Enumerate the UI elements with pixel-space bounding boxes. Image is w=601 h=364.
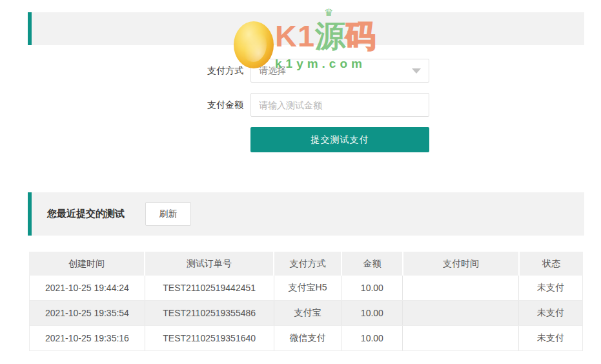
cell-amount: 10.00 (341, 326, 403, 350)
table-header-row: 创建时间 测试订单号 支付方式 金额 支付时间 状态 (29, 252, 583, 276)
header-payment-time: 支付时间 (403, 252, 520, 276)
recent-tests-table: 创建时间 测试订单号 支付方式 金额 支付时间 状态 2021-10-25 19… (29, 252, 583, 351)
cell-payment-method: 支付宝H5 (274, 276, 342, 300)
cell-status: 未支付 (519, 276, 582, 300)
cell-payment-method: 微信支付 (274, 326, 342, 350)
header-status: 状态 (520, 252, 583, 276)
table-row: 2021-10-25 19:44:24 TEST21102519442451 支… (29, 276, 583, 301)
header-payment-method: 支付方式 (274, 252, 342, 276)
table-row: 2021-10-25 19:35:16 TEST21102519351640 微… (29, 326, 583, 351)
header-amount: 金额 (342, 252, 403, 276)
table-row: 2021-10-25 19:35:54 TEST21102519355486 支… (29, 301, 583, 326)
cell-payment-time (403, 301, 519, 325)
cell-status: 未支付 (519, 301, 582, 325)
submit-test-payment-button[interactable]: 提交测试支付 (250, 127, 429, 152)
payment-method-label: 支付方式 (207, 65, 243, 77)
cell-amount: 10.00 (341, 301, 403, 325)
cell-order-number: TEST21102519442451 (145, 276, 274, 300)
cell-create-time: 2021-10-25 19:35:54 (30, 301, 145, 325)
cell-amount: 10.00 (341, 276, 403, 300)
cell-payment-time (403, 276, 519, 300)
payment-amount-label: 支付金额 (207, 99, 243, 111)
cell-status: 未支付 (519, 326, 582, 350)
recent-tests-banner: 您最近提交的测试 刷新 (28, 192, 584, 236)
payment-method-selected-value: 请选择 (259, 65, 286, 77)
cell-create-time: 2021-10-25 19:35:16 (30, 326, 145, 350)
cell-create-time: 2021-10-25 19:44:24 (30, 276, 145, 300)
chevron-down-icon (412, 68, 421, 74)
header-order-number: 测试订单号 (145, 252, 274, 276)
cell-order-number: TEST21102519351640 (145, 326, 274, 350)
top-banner (28, 12, 584, 45)
payment-method-select[interactable]: 请选择 (250, 59, 429, 83)
refresh-button[interactable]: 刷新 (145, 202, 191, 226)
cell-order-number: TEST21102519355486 (145, 301, 274, 325)
header-create-time: 创建时间 (29, 252, 145, 276)
payment-amount-input[interactable] (250, 93, 429, 117)
cell-payment-method: 支付宝 (274, 301, 342, 325)
cell-payment-time (403, 326, 519, 350)
recent-tests-title: 您最近提交的测试 (47, 208, 125, 220)
